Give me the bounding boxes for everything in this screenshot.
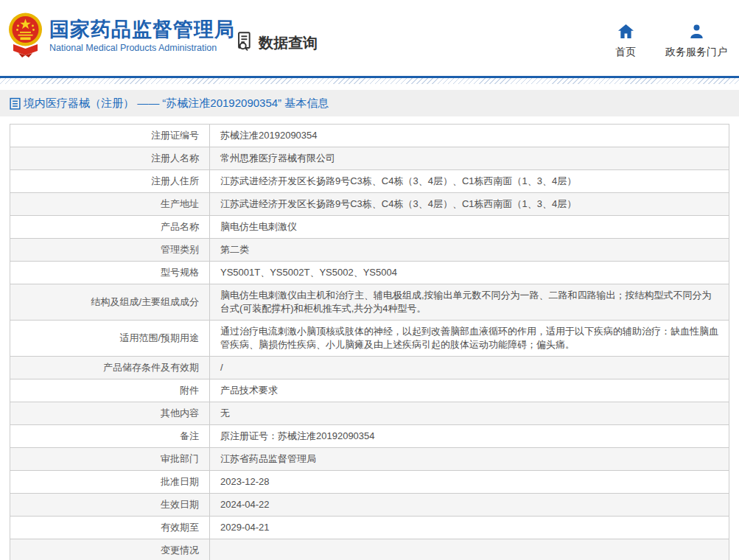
row-value: [210, 539, 729, 560]
page-title: 境内医疗器械（注册） —— “苏械注准20192090354” 基本信息: [24, 97, 329, 111]
table-row: 其他内容 无: [10, 402, 729, 425]
row-value: 脑电仿生电刺激仪: [210, 216, 729, 239]
nav-gov-portal[interactable]: 政务服务门户: [665, 24, 727, 59]
row-value: 原注册证号：苏械注准20192090354: [210, 425, 729, 448]
page-header: 国家药品监督管理局 National Medical Products Admi…: [0, 0, 739, 76]
row-label: 审批部门: [10, 448, 210, 471]
row-value: 产品技术要求: [210, 379, 729, 402]
row-value: 江苏省药品监督管理局: [210, 448, 729, 471]
national-emblem-logo: [8, 11, 43, 63]
row-value: /: [210, 357, 729, 379]
hatch-stripe: [0, 78, 739, 84]
data-query-tab[interactable]: 数据查询: [235, 31, 318, 55]
row-label: 备注: [10, 425, 210, 448]
row-value: 第二类: [210, 239, 729, 262]
table-row: 注册人名称 常州思雅医疗器械有限公司: [10, 147, 729, 170]
row-value: 脑电仿生电刺激仪由主机和治疗主、辅电极组成,按输出单元数不同分为一路、二路和四路…: [210, 284, 729, 321]
row-label: 型号规格: [10, 262, 210, 284]
table-row: 备注 原注册证号：苏械注准20192090354: [10, 425, 729, 448]
table-row: 适用范围/预期用途 通过治疗电流刺激小脑顶核或肢体的神经，以起到改善脑部血液循环…: [10, 321, 729, 357]
row-label: 注册人住所: [10, 170, 210, 193]
data-query-label: 数据查询: [259, 33, 318, 53]
table-row: 变更情况: [10, 539, 729, 560]
document-list-icon: [10, 97, 21, 110]
table-row: 生产地址 江苏武进经济开发区长扬路9号C3栋、C4栋（3、4层）、C1栋西南面（…: [10, 193, 729, 216]
home-icon: [618, 24, 634, 41]
row-label: 变更情况: [10, 539, 210, 560]
table-row: 产品储存条件及有效期 /: [10, 357, 729, 379]
row-label: 结构及组成/主要组成成分: [10, 284, 210, 321]
row-value: 2023-12-28: [210, 471, 729, 494]
row-label: 生效日期: [10, 494, 210, 517]
table-row: 生效日期 2024-04-22: [10, 494, 729, 517]
row-label: 注册证编号: [10, 125, 210, 147]
agency-name-cn: 国家药品监督管理局: [49, 18, 235, 41]
row-label: 注册人名称: [10, 147, 210, 170]
document-search-icon: [235, 31, 255, 55]
table-row: 批准日期 2023-12-28: [10, 471, 729, 494]
row-value: 江苏武进经济开发区长扬路9号C3栋、C4栋（3、4层）、C1栋西南面（1、3、4…: [210, 170, 729, 193]
nav-gov-portal-label: 政务服务门户: [665, 46, 727, 59]
row-label: 其他内容: [10, 402, 210, 425]
row-label: 管理类别: [10, 239, 210, 262]
registration-info-table: 注册证编号 苏械注准20192090354 注册人名称 常州思雅医疗器械有限公司…: [10, 124, 729, 560]
agency-brand: 国家药品监督管理局 National Medical Products Admi…: [49, 18, 235, 53]
row-label: 生产地址: [10, 193, 210, 216]
row-label: 批准日期: [10, 471, 210, 494]
row-label: 适用范围/预期用途: [10, 321, 210, 357]
row-label: 有效期至: [10, 517, 210, 539]
table-row: 审批部门 江苏省药品监督管理局: [10, 448, 729, 471]
nav-home[interactable]: 首页: [615, 24, 636, 59]
row-value: 通过治疗电流刺激小脑顶核或肢体的神经，以起到改善脑部血液循环的作用，适用于以下疾…: [210, 321, 729, 357]
row-value: 无: [210, 402, 729, 425]
row-label: 产品名称: [10, 216, 210, 239]
table-row: 附件 产品技术要求: [10, 379, 729, 402]
row-value: YS5001T、YS5002T、YS5002、YS5004: [210, 262, 729, 284]
row-label: 产品储存条件及有效期: [10, 357, 210, 379]
table-row: 产品名称 脑电仿生电刺激仪: [10, 216, 729, 239]
row-value: 2024-04-22: [210, 494, 729, 517]
table-row: 型号规格 YS5001T、YS5002T、YS5002、YS5004: [10, 262, 729, 284]
table-row: 结构及组成/主要组成成分 脑电仿生电刺激仪由主机和治疗主、辅电极组成,按输出单元…: [10, 284, 729, 321]
row-value: 常州思雅医疗器械有限公司: [210, 147, 729, 170]
table-row: 有效期至 2029-04-21: [10, 517, 729, 539]
row-value: 2029-04-21: [210, 517, 729, 539]
row-value: 江苏武进经济开发区长扬路9号C3栋、C4栋（3、4层）、C1栋西南面（1、3、4…: [210, 193, 729, 216]
top-nav: 首页 政务服务门户: [615, 24, 727, 59]
table-row: 管理类别 第二类: [10, 239, 729, 262]
row-label: 附件: [10, 379, 210, 402]
table-row: 注册证编号 苏械注准20192090354: [10, 125, 729, 147]
row-value: 苏械注准20192090354: [210, 125, 729, 147]
table-row: 注册人住所 江苏武进经济开发区长扬路9号C3栋、C4栋（3、4层）、C1栋西南面…: [10, 170, 729, 193]
page-title-bar: 境内医疗器械（注册） —— “苏械注准20192090354” 基本信息: [0, 90, 739, 116]
nav-home-label: 首页: [615, 46, 636, 59]
person-icon: [689, 24, 704, 41]
agency-name-en: National Medical Products Administration: [49, 43, 235, 53]
spacer: [0, 84, 739, 90]
